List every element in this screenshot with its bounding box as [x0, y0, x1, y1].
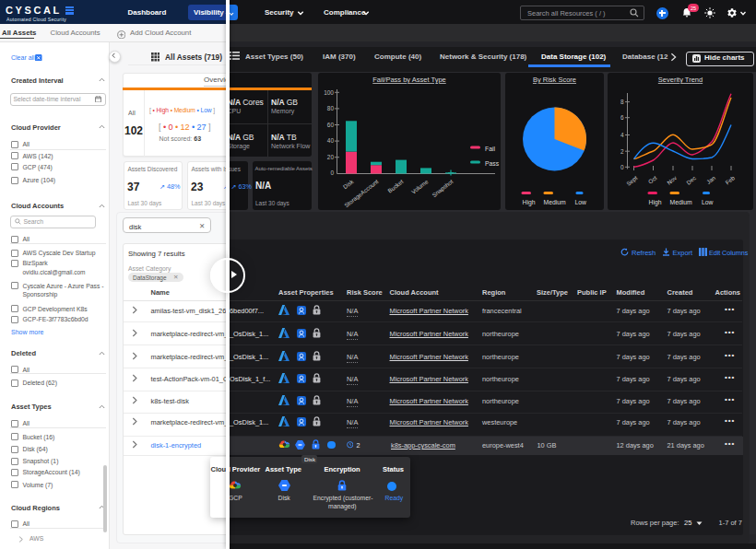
svg-text:Disk: Disk [341, 178, 355, 191]
svg-text:Fail: Fail [485, 146, 495, 152]
svg-text:6: 6 [620, 114, 623, 121]
svg-text:Sept: Sept [625, 174, 639, 187]
svg-text:Pass: Pass [485, 160, 500, 167]
svg-text:Medium: Medium [669, 199, 692, 205]
svg-text:20: 20 [326, 154, 334, 160]
svg-text:Low: Low [574, 199, 586, 205]
svg-text:Oct: Oct [646, 174, 657, 185]
svg-text:80: 80 [326, 105, 334, 111]
svg-text:Jan: Jan [704, 174, 716, 185]
svg-text:High: High [648, 199, 661, 206]
svg-text:High: High [522, 199, 535, 206]
svg-text:100: 100 [324, 89, 334, 96]
svg-text:0: 0 [330, 169, 334, 176]
svg-text:Snapshot: Snapshot [431, 178, 455, 199]
svg-text:Feb: Feb [724, 174, 736, 186]
svg-text:4: 4 [620, 132, 623, 138]
svg-text:By Risk Score: By Risk Score [532, 76, 575, 84]
svg-text:0: 0 [620, 164, 623, 170]
svg-text:Medium: Medium [543, 199, 566, 205]
svg-text:60: 60 [326, 122, 334, 128]
svg-text:Volume: Volume [409, 178, 429, 195]
svg-text:Fail/Pass by Asset Type: Fail/Pass by Asset Type [372, 76, 445, 84]
svg-text:Low: Low [702, 199, 714, 205]
svg-text:8: 8 [620, 99, 623, 105]
svg-text:Dec: Dec [684, 174, 696, 185]
svg-text:Nov: Nov [665, 174, 678, 186]
svg-text:2: 2 [620, 148, 623, 155]
svg-text:Bucket: Bucket [386, 178, 405, 194]
svg-text:Severity Trend: Severity Trend [657, 76, 702, 84]
svg-text:40: 40 [326, 137, 334, 144]
